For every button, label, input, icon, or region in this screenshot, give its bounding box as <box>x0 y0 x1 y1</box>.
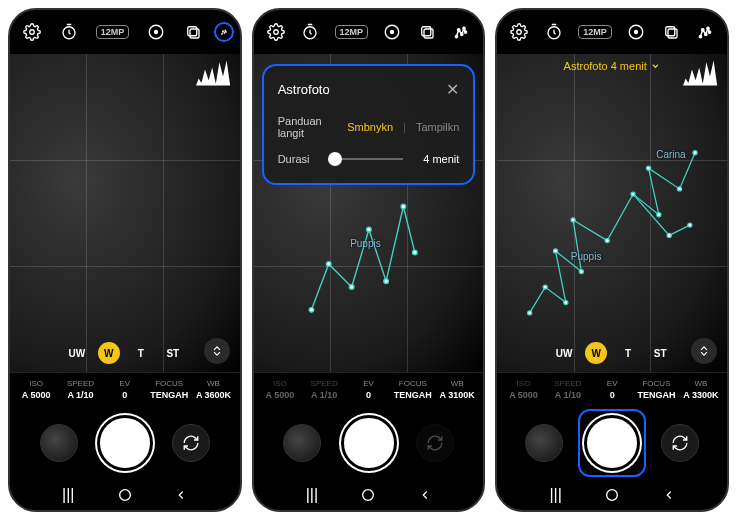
svg-point-3 <box>155 31 158 34</box>
svg-point-56 <box>607 490 618 501</box>
back-button[interactable] <box>415 485 435 505</box>
shutter-highlight <box>578 409 646 477</box>
svg-rect-17 <box>424 29 433 38</box>
resolution-badge[interactable]: 12MP <box>335 25 369 39</box>
shutter-row <box>10 406 240 480</box>
setting-iso: ISOA 5000 <box>501 379 545 400</box>
svg-point-37 <box>699 35 701 37</box>
duration-slider[interactable] <box>329 158 403 160</box>
shutter-row <box>497 406 727 480</box>
flip-camera-button[interactable] <box>416 424 454 462</box>
shutter-button[interactable] <box>97 415 153 471</box>
svg-point-28 <box>401 205 406 210</box>
timer-icon[interactable] <box>544 22 564 42</box>
setting-ev[interactable]: EV0 <box>346 379 390 400</box>
setting-focus[interactable]: FOCUSTENGAH <box>634 379 678 400</box>
back-button[interactable] <box>659 485 679 505</box>
gear-icon[interactable] <box>22 22 42 42</box>
pro-settings-row: ISOA 5000 SPEEDA 1/10 EV0 FOCUSTENGAH WB… <box>497 372 727 406</box>
home-button[interactable] <box>358 485 378 505</box>
phone-screen-2: 12MP Puppis Astrofoto ✕ Panduan langit S… <box>252 8 486 512</box>
zoom-uw[interactable]: UW <box>66 342 88 364</box>
svg-rect-16 <box>422 27 431 36</box>
metering-icon[interactable] <box>626 22 646 42</box>
astro-mode-icon[interactable] <box>451 22 471 42</box>
gear-icon[interactable] <box>509 22 529 42</box>
recents-button[interactable]: ||| <box>302 485 322 505</box>
setting-focus[interactable]: FOCUSTENGAH <box>147 379 191 400</box>
setting-wb[interactable]: WBA 3100K <box>435 379 479 400</box>
setting-iso: ISOA 5000 <box>258 379 302 400</box>
sky-guide-show-option[interactable]: Tampilkn <box>416 121 459 133</box>
svg-point-48 <box>605 239 609 243</box>
gallery-thumbnail[interactable] <box>40 424 78 462</box>
setting-ev[interactable]: EV0 <box>103 379 147 400</box>
metering-icon[interactable] <box>382 22 402 42</box>
svg-point-11 <box>119 490 130 501</box>
flip-camera-button[interactable] <box>172 424 210 462</box>
flip-camera-button[interactable] <box>661 424 699 462</box>
setting-focus[interactable]: FOCUSTENGAH <box>391 379 435 400</box>
home-button[interactable] <box>115 485 135 505</box>
svg-point-27 <box>383 279 388 284</box>
viewfinder[interactable]: Puppis Astrofoto ✕ Panduan langit Smbnyk… <box>254 54 484 372</box>
svg-point-47 <box>571 218 575 222</box>
constellation-label-puppis: Puppis <box>571 251 602 262</box>
back-button[interactable] <box>171 485 191 505</box>
zoom-selector: UW W T ST <box>66 342 184 364</box>
setting-wb[interactable]: WBA 3300K <box>679 379 723 400</box>
svg-point-38 <box>702 29 704 31</box>
astro-mode-icon[interactable] <box>695 22 715 42</box>
timer-icon[interactable] <box>300 22 320 42</box>
svg-point-45 <box>553 249 557 253</box>
pro-toggle-button[interactable] <box>204 338 230 364</box>
svg-point-50 <box>657 213 661 217</box>
format-icon[interactable] <box>183 22 203 42</box>
home-button[interactable] <box>602 485 622 505</box>
viewfinder[interactable]: UW W T ST <box>10 54 240 372</box>
zoom-st[interactable]: ST <box>162 342 184 364</box>
viewfinder[interactable]: Astrofoto 4 menit Carina Puppis UW W T S… <box>497 54 727 372</box>
zoom-w[interactable]: W <box>98 342 120 364</box>
gear-icon[interactable] <box>266 22 286 42</box>
setting-ev[interactable]: EV0 <box>590 379 634 400</box>
zoom-w[interactable]: W <box>585 342 607 364</box>
resolution-badge[interactable]: 12MP <box>578 25 612 39</box>
histogram-icon <box>196 60 232 86</box>
phone-screen-1: 12MP UW W T ST ISOA 5000 SPEEDA 1/10 EV0… <box>8 8 242 512</box>
astro-mode-icon[interactable] <box>214 22 234 42</box>
svg-point-34 <box>635 31 638 34</box>
resolution-badge[interactable]: 12MP <box>96 25 130 39</box>
pro-toggle-button[interactable] <box>691 338 717 364</box>
recents-button[interactable]: ||| <box>546 485 566 505</box>
zoom-t[interactable]: T <box>617 342 639 364</box>
setting-iso[interactable]: ISOA 5000 <box>14 379 58 400</box>
gallery-thumbnail[interactable] <box>525 424 563 462</box>
svg-point-9 <box>224 30 225 31</box>
format-icon[interactable] <box>661 22 681 42</box>
metering-icon[interactable] <box>146 22 166 42</box>
zoom-t[interactable]: T <box>130 342 152 364</box>
zoom-st[interactable]: ST <box>649 342 671 364</box>
shutter-button[interactable] <box>584 415 640 471</box>
close-icon[interactable]: ✕ <box>446 80 459 99</box>
zoom-uw[interactable]: UW <box>553 342 575 364</box>
setting-wb[interactable]: WBA 3600K <box>191 379 235 400</box>
timer-icon[interactable] <box>59 22 79 42</box>
shutter-button[interactable] <box>341 415 397 471</box>
svg-point-21 <box>463 27 465 29</box>
camera-toolbar: 12MP <box>497 10 727 54</box>
svg-point-25 <box>349 285 354 290</box>
svg-point-43 <box>543 285 547 289</box>
gallery-thumbnail[interactable] <box>283 424 321 462</box>
setting-speed[interactable]: SPEEDA 1/10 <box>58 379 102 400</box>
popup-title: Astrofoto <box>278 82 330 97</box>
astro-duration-chip[interactable]: Astrofoto 4 menit <box>564 60 661 72</box>
recents-button[interactable]: ||| <box>58 485 78 505</box>
svg-point-44 <box>564 301 568 305</box>
svg-rect-5 <box>190 29 199 38</box>
format-icon[interactable] <box>417 22 437 42</box>
pro-settings-row: ISOA 5000 SPEEDA 1/10 EV0 FOCUSTENGAH WB… <box>10 372 240 406</box>
duration-label: Durasi <box>278 153 310 165</box>
sky-guide-hide-option[interactable]: Smbnykn <box>347 121 393 133</box>
